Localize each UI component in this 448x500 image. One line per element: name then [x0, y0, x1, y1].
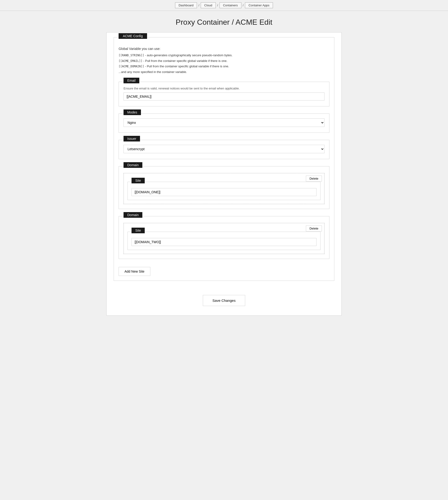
domain-section-1: Domain Delete Site: [119, 166, 329, 209]
delete-button-2[interactable]: Delete: [306, 226, 322, 231]
acme-domain-desc: - Pull from the container specific globa…: [144, 65, 229, 68]
page-title: Proxy Container / ACME Edit: [0, 18, 448, 27]
domain-input-2[interactable]: [131, 238, 317, 246]
breadcrumb-dashboard[interactable]: Dashboard: [175, 2, 197, 8]
email-section: Email Ensure the email is valid, renewal…: [119, 82, 329, 106]
breadcrumb-sep-1: /: [197, 3, 201, 8]
global-vars-title: Global Variable you can use:: [119, 47, 329, 50]
save-changes-button[interactable]: Save Changes: [203, 295, 245, 306]
breadcrumb-cloud[interactable]: Cloud: [201, 2, 216, 8]
modes-section: Modes Nginx Apache HAProxy: [119, 114, 329, 133]
rand-string-code: [[RAND_STRING]]: [119, 54, 144, 57]
domain-input-1[interactable]: [131, 188, 317, 196]
acme-config-section: ACME Config Global Variable you can use:…: [114, 37, 334, 281]
global-var-line-4: ...and any more specified in the contain…: [119, 69, 329, 75]
issuer-tab: Issuer: [124, 136, 140, 141]
acme-domain-code: [[ACME_DOMAIN]]: [119, 65, 144, 68]
breadcrumb: Dashboard / Cloud / Containers / Contain…: [0, 0, 448, 11]
issuer-select[interactable]: Letsencrypt ZeroSSL Buypass: [124, 145, 324, 153]
modes-select[interactable]: Nginx Apache HAProxy: [124, 118, 324, 127]
global-var-line-1: [[RAND_STRING]] - auto-generates cryptog…: [119, 52, 329, 58]
global-vars-list: [[RAND_STRING]] - auto-generates cryptog…: [119, 52, 329, 75]
add-new-site-button[interactable]: Add New Site: [119, 267, 150, 276]
site-tab-2: Site: [131, 228, 145, 233]
site-inner-card-2: Site: [128, 232, 320, 250]
breadcrumb-sep-3: /: [241, 3, 245, 8]
site-inner-card-1: Site: [128, 182, 320, 200]
site-tab-1: Site: [131, 178, 145, 183]
global-vars-section: Global Variable you can use: [[RAND_STRI…: [119, 47, 329, 75]
global-var-line-3: [[ACME_DOMAIN]] - Pull from the containe…: [119, 64, 329, 69]
main-container: ACME Config Global Variable you can use:…: [106, 32, 342, 316]
acme-email-desc: - Pull from the container specific globa…: [142, 59, 227, 63]
domain-section-2: Domain Delete Site: [119, 216, 329, 259]
domain-tab-2: Domain: [124, 212, 142, 218]
global-var-line-2: [[ACME_EMAIL]] - Pull from the container…: [119, 58, 329, 64]
acme-email-code: [[ACME_EMAIL]]: [119, 59, 142, 63]
breadcrumb-container-apps[interactable]: Container Apps: [245, 2, 273, 8]
breadcrumb-sep-2: /: [216, 3, 220, 8]
domain-entry-1: Delete Site: [124, 173, 324, 204]
modes-tab: Modes: [124, 109, 141, 115]
acme-config-tab: ACME Config: [119, 33, 147, 39]
email-input[interactable]: [124, 93, 324, 100]
breadcrumb-containers[interactable]: Containers: [220, 2, 241, 8]
email-description: Ensure the email is valid, renewal notic…: [124, 87, 324, 90]
save-changes-section: Save Changes: [114, 290, 334, 306]
domain-tab-1: Domain: [124, 162, 142, 168]
email-tab: Email: [124, 78, 139, 83]
domain-entry-2: Delete Site: [124, 223, 324, 254]
issuer-section: Issuer Letsencrypt ZeroSSL Buypass: [119, 140, 329, 159]
rand-string-desc: - auto-generates cryptographically secur…: [144, 53, 232, 57]
delete-button-1[interactable]: Delete: [306, 176, 322, 182]
